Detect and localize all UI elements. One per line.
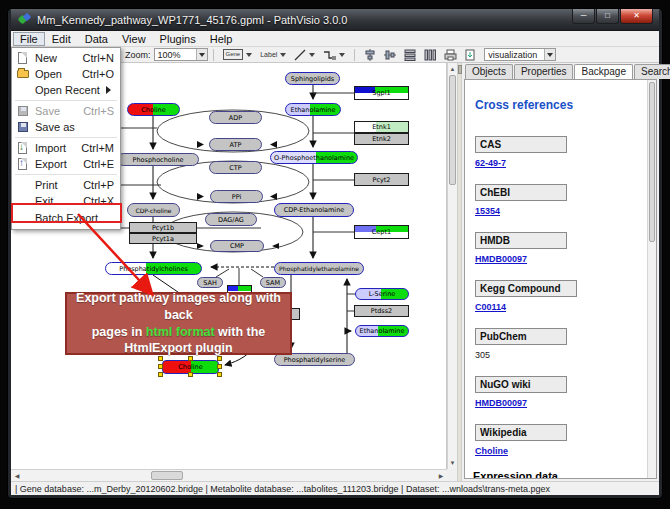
selection-handle[interactable] — [158, 364, 163, 369]
menu-data[interactable]: Data — [78, 32, 115, 46]
vscroll-thumb[interactable] — [449, 75, 456, 185]
side-panel-tabs: Objects Properties Backpage Search Legen… — [462, 63, 659, 79]
title-bar[interactable]: Mm_Kennedy_pathway_WP1771_45176.gpml - P… — [11, 9, 659, 31]
line-icon — [294, 49, 306, 61]
align-middle-button[interactable] — [383, 48, 397, 61]
file-menu-save[interactable]: SaveCtrl+S — [12, 103, 120, 119]
canvas-horizontal-scrollbar[interactable]: ◀ ▶ — [11, 469, 447, 481]
selection-handle[interactable] — [158, 372, 163, 377]
node-pcyt2[interactable]: Pcyt2 — [354, 173, 409, 186]
file-menu-export[interactable]: ↑ ExportCtrl+E — [12, 156, 120, 172]
selection-handle[interactable] — [217, 372, 222, 377]
node-ethanolamine[interactable]: Ethanolamine — [285, 103, 341, 116]
menu-plugins[interactable]: Plugins — [153, 32, 203, 46]
selection-handle[interactable] — [188, 372, 193, 377]
xref-link[interactable]: 15354 — [475, 206, 500, 216]
menu-file[interactable]: File — [13, 32, 45, 46]
line-tool-button[interactable] — [291, 48, 318, 61]
file-menu-print[interactable]: PrintCtrl+P — [12, 177, 120, 193]
file-menu-new[interactable]: NewCtrl+N — [12, 50, 120, 66]
distribute-vertical-button[interactable] — [403, 48, 417, 61]
tab-backpage[interactable]: Backpage — [574, 64, 632, 79]
file-menu-open[interactable]: OpenCtrl+O — [12, 66, 120, 82]
close-button[interactable]: ✕ — [620, 9, 653, 24]
node-choline[interactable]: Choline — [127, 103, 180, 116]
node-cept1[interactable]: Cept1 — [354, 225, 409, 239]
minimize-button[interactable]: ─ — [572, 9, 595, 24]
xref-link[interactable]: HMDB00097 — [475, 398, 527, 408]
node-sam[interactable]: SAM — [260, 277, 286, 288]
line-dropdown-icon[interactable] — [309, 53, 315, 60]
connector-dropdown-icon[interactable] — [339, 53, 345, 60]
xref-header: NuGO wiki — [475, 376, 567, 393]
pathvisio-window: Mm_Kennedy_pathway_WP1771_45176.gpml - P… — [8, 9, 662, 498]
maximize-button[interactable]: □ — [596, 9, 619, 24]
zoom-caret-icon[interactable] — [196, 49, 207, 60]
node-etnk2[interactable]: Etnk2 — [354, 133, 409, 145]
node-l-serine[interactable]: L-Serine — [355, 288, 409, 300]
scroll-left-icon[interactable]: ◀ — [12, 471, 22, 481]
node-pcyt1a[interactable]: Pcyt1a — [129, 233, 197, 244]
tab-properties[interactable]: Properties — [514, 64, 574, 79]
print-button[interactable] — [443, 48, 457, 61]
node-cdp-ethanolamine[interactable]: CDP-Ethanolamine — [274, 203, 354, 217]
xref-section-kegg: Kegg Compound C00114 — [475, 280, 656, 312]
node-o-phosphoethanolamine[interactable]: O-Phosphoethanolamine — [270, 151, 358, 164]
node-sphingolipids[interactable]: Sphingolipids — [285, 72, 340, 85]
canvas-vertical-scrollbar[interactable]: ▲ ▼ — [447, 63, 457, 469]
node-sgpl1[interactable]: Sgpl1 — [354, 86, 409, 100]
node-sah[interactable]: SAH — [197, 277, 223, 288]
annotation-line1: Export pathway images along with back — [67, 290, 290, 324]
label-dropdown-icon[interactable] — [280, 53, 286, 60]
menu-view[interactable]: View — [115, 32, 153, 46]
align-center-button[interactable] — [363, 48, 377, 61]
node-ctp[interactable]: CTP — [209, 161, 262, 174]
zoom-combobox[interactable]: 100% — [154, 48, 208, 61]
tab-objects[interactable]: Objects — [465, 64, 513, 79]
export-image-button[interactable] — [463, 48, 477, 61]
xref-value: 305 — [475, 350, 490, 360]
node-ppi[interactable]: PPi — [210, 190, 263, 203]
xref-link[interactable]: 62-49-7 — [475, 158, 506, 168]
visualization-caret-icon[interactable] — [544, 49, 555, 60]
annotation-line2: pages in html format with the — [92, 324, 266, 341]
node-phosphocholine[interactable]: Phosphocholine — [117, 153, 199, 166]
scroll-up-icon[interactable]: ▲ — [448, 64, 457, 74]
panel-scroll-thumb[interactable] — [649, 82, 655, 242]
node-dag[interactable]: DAG/AG — [205, 213, 257, 226]
node-etnk1[interactable]: Etnk1 — [354, 121, 409, 133]
node-phosphatidylethanolamine[interactable]: Phosphatidylethanolamine — [274, 262, 364, 275]
xref-header: PubChem — [475, 328, 567, 345]
xref-link[interactable]: Choline — [475, 446, 508, 456]
tab-search[interactable]: Search — [634, 64, 670, 79]
submenu-arrow-icon — [106, 86, 115, 94]
scroll-down-icon[interactable]: ▼ — [448, 458, 457, 468]
connector-tool-button[interactable] — [320, 48, 348, 61]
hscroll-thumb[interactable] — [151, 471, 183, 480]
xref-link[interactable]: HMDB00097 — [475, 254, 527, 264]
node-cmp[interactable]: CMP — [210, 240, 264, 252]
node-adp[interactable]: ADP — [209, 111, 262, 124]
add-gene-button[interactable]: Gene — [220, 48, 256, 61]
visualization-combobox[interactable]: visualization — [484, 48, 556, 61]
selection-handle[interactable] — [217, 364, 222, 369]
node-ethanolamine-2[interactable]: Ethanolamine — [355, 325, 409, 337]
gene-dropdown-icon[interactable] — [246, 53, 252, 60]
save-disk-icon — [16, 105, 31, 117]
file-menu-import[interactable]: ↓ ImportCtrl+M — [12, 140, 120, 156]
node-atp[interactable]: ATP — [209, 138, 262, 151]
file-menu-open-recent[interactable]: Open Recent — [12, 82, 120, 98]
node-ptdss2[interactable]: Ptdss2 — [354, 305, 409, 317]
xref-link[interactable]: C00114 — [475, 302, 506, 312]
file-menu-save-as[interactable]: Save as — [12, 119, 120, 135]
node-cdp-choline[interactable]: CDP-choline — [127, 203, 180, 217]
menu-edit[interactable]: Edit — [45, 32, 78, 46]
add-label-button[interactable]: Label — [257, 48, 289, 61]
panel-vertical-scrollbar[interactable] — [647, 80, 656, 478]
save-as-disk-icon — [16, 121, 31, 133]
node-pcyt1b[interactable]: Pcyt1b — [129, 222, 197, 233]
menu-help[interactable]: Help — [203, 32, 240, 46]
distribute-horizontal-button[interactable] — [423, 48, 437, 61]
scroll-right-icon[interactable]: ▶ — [436, 471, 446, 481]
node-phosphatidylcholines[interactable]: Phosphatidylcholines — [105, 262, 202, 275]
